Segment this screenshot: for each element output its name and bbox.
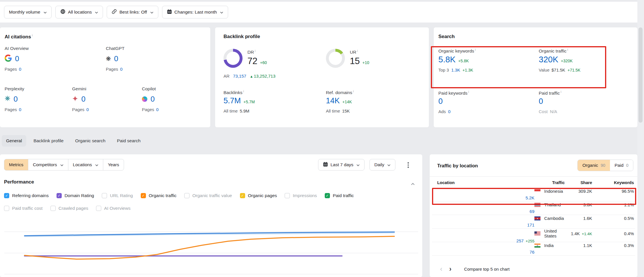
metric-checkbox-referring-domains[interactable]: ✓Referring domains (4, 193, 49, 198)
filter-label: Best links: Off (119, 10, 147, 15)
metric-checkbox-organic-traffic-value[interactable]: Organic traffic value (184, 193, 232, 198)
performance-line-chart (0, 219, 422, 277)
info-icon[interactable]: i (353, 90, 354, 93)
monthly-volume-filter[interactable]: Monthly volume (4, 6, 52, 18)
traffic-by-location-panel: Traffic by location Organic90 Paid0 Loca… (430, 154, 637, 277)
granularity-label: Daily (374, 162, 384, 167)
pages-link[interactable]: 0 (156, 107, 159, 112)
segment-years[interactable]: Years (103, 159, 124, 171)
toggle-paid[interactable]: Paid0 (610, 160, 633, 171)
segment-competitors[interactable]: Competitors (28, 159, 68, 171)
changes-filter[interactable]: Changes: Last month (162, 6, 228, 18)
table-row-indonesia[interactable]: Indonesia 309.2K 96.5% 5.2K (432, 188, 635, 201)
traffic-value-delta: +71.5K (568, 68, 581, 72)
ai-citation-count: 0 (81, 95, 85, 104)
url-rating-delta: +10 (362, 60, 369, 65)
backlinks-value-link[interactable]: 5.7M (224, 96, 241, 105)
divider (430, 176, 637, 177)
organic-traffic-value-link[interactable]: 320K (539, 55, 558, 64)
table-row-cambodia[interactable]: Cambodia 1.6K 0.5% 171 (432, 215, 635, 229)
pages-link[interactable]: 0 (120, 67, 123, 72)
metric-checkbox-url-rating[interactable]: URL Rating (102, 193, 133, 198)
ref-domains-value-link[interactable]: 14K (326, 96, 340, 105)
ai-citations-title: AI citationsi (5, 34, 33, 40)
paid-keywords-value: 0 (438, 97, 443, 106)
col-share: Share (565, 180, 592, 185)
info-icon[interactable]: i (561, 90, 561, 93)
tab-backlink-profile[interactable]: Backlink profile (29, 135, 68, 147)
checked-checkbox-icon: ✓ (325, 193, 330, 198)
chevron-down-icon (150, 10, 153, 15)
collapse-chevron-icon[interactable] (411, 182, 415, 187)
backlinks-alltime-value: 5.9M (240, 108, 249, 113)
perplexity-logo-icon (5, 96, 10, 102)
prev-page-icon[interactable]: ‹ (437, 266, 446, 272)
granularity-button[interactable]: Daily (369, 159, 395, 171)
info-icon[interactable]: i (32, 34, 33, 37)
next-page-icon[interactable]: › (446, 266, 455, 272)
best-links-filter[interactable]: Best links: Off (107, 6, 158, 18)
keywords-link[interactable]: 5.2K (437, 195, 534, 200)
segment-locations[interactable]: Locations (68, 159, 103, 171)
table-row-india[interactable]: India 1.1K 0.3% 76 (432, 242, 635, 256)
metric-checkbox-label: Referring domains (12, 193, 49, 198)
tab-general[interactable]: General (2, 135, 26, 147)
ai-item-ai-overview: AI Overview 0 Pages0 (5, 46, 70, 72)
metric-checkbox-organic-traffic[interactable]: ✓Organic traffic (141, 193, 177, 198)
info-icon[interactable]: i (468, 90, 469, 93)
pages-link[interactable]: 0 (87, 107, 89, 112)
calendar-icon (167, 9, 172, 15)
organic-traffic-delta: +320K (561, 59, 573, 63)
keywords-link[interactable]: 69 (437, 209, 534, 214)
metric-checkbox-domain-rating[interactable]: ✓Domain Rating (57, 193, 94, 198)
segment-metrics[interactable]: Metrics (4, 159, 28, 171)
ai-item-perplexity: Perplexity 0 Pages0 (5, 86, 70, 112)
locations-filter[interactable]: All locations (55, 6, 103, 18)
indonesia-flag-icon (534, 189, 540, 193)
pages-link[interactable]: 0 (19, 67, 21, 72)
thailand-flag-icon (534, 203, 540, 207)
metric-checkbox-impressions[interactable]: Impressions (285, 193, 317, 198)
ads-count-link[interactable]: 0 (448, 109, 450, 114)
tab-paid-search[interactable]: Paid search (113, 135, 145, 147)
organic-keywords-value-link[interactable]: 5.8K (438, 55, 456, 64)
table-row-united-states[interactable]: United States 1.4K+1.4K 0.4% 257+255 (432, 229, 635, 242)
top3-keywords-link[interactable]: 1.3K (451, 68, 460, 72)
scrollbar-thumb[interactable] (639, 27, 643, 123)
keywords-link[interactable]: 76 (437, 250, 534, 254)
organic-keywords-block: Organic keywordsi 5.8K+5.8K Top 31.3K+1.… (438, 48, 535, 72)
metric-checkbox-paid-traffic[interactable]: ✓Paid traffic (325, 193, 354, 198)
ahrefs-rank-row: AR 73,157 ▲13,252,713 (224, 74, 275, 78)
ahrefs-rank-link[interactable]: 73,157 (233, 74, 246, 78)
filter-label: All locations (68, 10, 92, 15)
seo-overview-dashboard: Monthly volume All locations Best links:… (0, 0, 644, 277)
info-icon[interactable]: i (255, 49, 255, 53)
chevron-down-icon (387, 162, 390, 167)
pages-link[interactable]: 0 (19, 107, 21, 112)
ai-item-copilot: Copilot 0 Pages0 (142, 86, 207, 112)
metric-checkbox-paid-traffic-cost[interactable]: Paid traffic cost (4, 206, 43, 211)
metric-checkbox-organic-pages[interactable]: ✓Organic pages (240, 193, 277, 198)
tab-organic-search[interactable]: Organic search (71, 135, 110, 147)
compare-top5-link[interactable]: Compare top 5 on chart (464, 267, 510, 272)
organic-paid-toggle: Organic90 Paid0 (577, 160, 633, 171)
india-flag-icon (534, 244, 540, 248)
table-row-thailand[interactable]: Thailand 3.6K 1.1% 69 (432, 201, 635, 215)
organic-keywords-delta: +5.8K (458, 59, 469, 63)
info-icon[interactable]: i (357, 49, 358, 53)
info-icon[interactable]: i (475, 48, 476, 51)
metric-checkbox-ai-overviews[interactable]: AI Overviews (96, 206, 130, 211)
more-options-kebab-icon[interactable] (406, 162, 411, 169)
keywords-link[interactable]: 171 (437, 222, 534, 227)
date-range-button[interactable]: Last 7 days (318, 159, 365, 171)
link-icon (112, 9, 117, 15)
toggle-organic[interactable]: Organic90 (578, 160, 610, 171)
keywords-link[interactable]: 257+255 (437, 238, 534, 243)
info-icon[interactable]: i (567, 48, 568, 51)
checked-checkbox-icon: ✓ (57, 193, 62, 198)
chart-line-referring-domains (25, 232, 394, 236)
chevron-down-icon (95, 10, 98, 15)
info-icon[interactable]: i (243, 90, 244, 93)
metric-checkbox-crawled-pages[interactable]: Crawled pages (50, 206, 88, 211)
chevron-down-icon (220, 10, 223, 15)
